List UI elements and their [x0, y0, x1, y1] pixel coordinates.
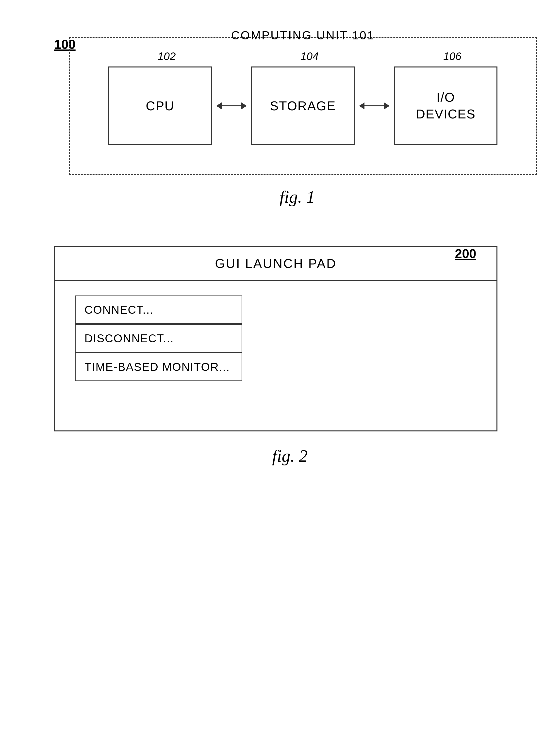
- storage-box: 104 STORAGE: [251, 66, 355, 145]
- figure-2-section: 200 GUI LAUNCH PAD CONNECT... DISCONNECT…: [35, 246, 525, 466]
- page: 100 COMPUTING UNIT 101 102 CPU: [0, 0, 560, 755]
- fig2-ref-number: 200: [455, 246, 476, 261]
- cpu-label: CPU: [146, 99, 174, 113]
- gui-launchpad-header: GUI LAUNCH PAD: [55, 247, 497, 281]
- computing-unit-label: COMPUTING UNIT 101: [231, 28, 375, 42]
- menu-item-disconnect[interactable]: DISCONNECT...: [75, 324, 242, 353]
- cpu-ref: 102: [158, 50, 176, 63]
- menu-item-connect[interactable]: CONNECT...: [75, 295, 242, 324]
- menu-item-time-based-monitor[interactable]: TIME‑BASED MONITOR...: [75, 353, 242, 381]
- cpu-box: 102 CPU: [108, 66, 212, 145]
- arrow-line-1: [217, 105, 246, 106]
- io-ref: 106: [443, 50, 461, 63]
- figure-1-container: 100 COMPUTING UNIT 101 102 CPU: [54, 37, 525, 207]
- arrow-cpu-storage: [212, 105, 251, 106]
- io-devices-box: 106 I/ODEVICES: [394, 66, 497, 145]
- fig2-caption: fig. 2: [54, 446, 525, 466]
- io-label: I/ODEVICES: [416, 89, 476, 122]
- computing-unit-box: COMPUTING UNIT 101 102 CPU 104: [69, 37, 537, 175]
- gui-launchpad-box: GUI LAUNCH PAD CONNECT... DISCONNECT... …: [54, 246, 497, 431]
- fig1-caption: fig. 1: [69, 187, 525, 207]
- arrow-storage-io: [355, 105, 394, 106]
- components-row: 102 CPU 104 STORAGE: [70, 38, 536, 174]
- arrow-line-2: [360, 105, 389, 106]
- storage-label: STORAGE: [270, 99, 336, 113]
- gui-launchpad-body: CONNECT... DISCONNECT... TIME‑BASED MONI…: [55, 281, 497, 430]
- storage-ref: 104: [300, 50, 318, 63]
